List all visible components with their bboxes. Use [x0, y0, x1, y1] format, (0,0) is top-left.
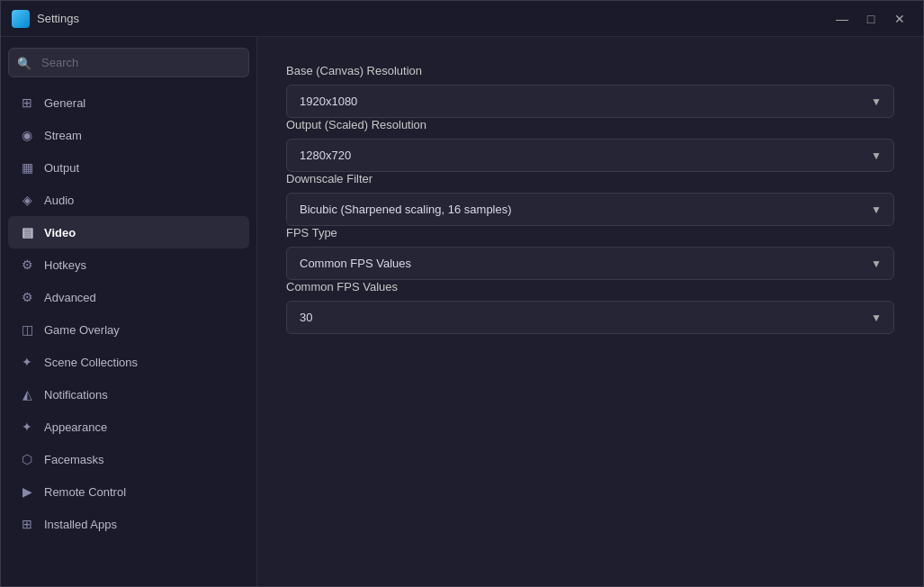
settings-window: Settings — □ ✕ 🔍 ⊞General◉Stream▦Output◈… — [0, 0, 924, 587]
sidebar-item-stream-label: Stream — [44, 129, 82, 142]
field-group-output-resolution: Output (Scaled) Resolution1280x7201920x1… — [286, 118, 894, 172]
sidebar-item-scene-collections-label: Scene Collections — [44, 356, 138, 369]
sidebar-item-notifications-label: Notifications — [44, 388, 108, 402]
video-settings-section: Base (Canvas) Resolution1920x10801280x72… — [286, 64, 894, 334]
sidebar-item-appearance[interactable]: ✦Appearance — [8, 411, 249, 443]
fps-type-select-wrapper: Common FPS ValuesInteger FPS ValueFracti… — [286, 247, 894, 280]
installed-apps-icon: ⊞ — [19, 516, 35, 532]
sidebar-item-appearance-label: Appearance — [44, 420, 107, 434]
fps-type-label: FPS Type — [286, 226, 894, 239]
minimize-button[interactable]: — — [830, 6, 855, 32]
search-icon: 🔍 — [17, 56, 31, 69]
field-group-common-fps-values: Common FPS Values306024254850120144▼ — [286, 280, 894, 334]
sidebar-item-audio[interactable]: ◈Audio — [8, 184, 249, 216]
content-area: 🔍 ⊞General◉Stream▦Output◈Audio▤Video⚙Hot… — [1, 37, 923, 586]
remote-control-icon: ▶ — [19, 483, 35, 500]
common-fps-values-select-wrapper: 306024254850120144▼ — [286, 301, 894, 334]
close-button[interactable]: ✕ — [887, 6, 912, 32]
nav-items-container: ⊞General◉Stream▦Output◈Audio▤Video⚙Hotke… — [8, 86, 249, 540]
titlebar: Settings — □ ✕ — [1, 1, 923, 37]
sidebar-item-facemasks-label: Facemasks — [44, 453, 103, 466]
output-resolution-label: Output (Scaled) Resolution — [286, 118, 894, 131]
base-resolution-label: Base (Canvas) Resolution — [286, 64, 894, 77]
sidebar-item-remote-control-label: Remote Control — [44, 485, 126, 499]
stream-icon: ◉ — [19, 127, 35, 143]
sidebar-item-notifications[interactable]: ◭Notifications — [8, 378, 249, 411]
field-group-base-resolution: Base (Canvas) Resolution1920x10801280x72… — [286, 64, 894, 118]
sidebar-item-output-label: Output — [44, 161, 79, 175]
sidebar-item-installed-apps-label: Installed Apps — [44, 518, 117, 531]
sidebar-item-video[interactable]: ▤Video — [8, 216, 249, 248]
sidebar-item-remote-control[interactable]: ▶Remote Control — [8, 475, 249, 508]
window-title: Settings — [37, 12, 79, 25]
audio-icon: ◈ — [19, 192, 35, 208]
video-icon: ▤ — [19, 224, 35, 240]
field-group-fps-type: FPS TypeCommon FPS ValuesInteger FPS Val… — [286, 226, 894, 280]
sidebar-item-video-label: Video — [44, 226, 76, 239]
search-container: 🔍 — [8, 48, 249, 77]
downscale-filter-select[interactable]: Bicubic (Sharpened scaling, 16 samples)B… — [286, 193, 894, 226]
hotkeys-icon: ⚙ — [19, 257, 35, 273]
sidebar-item-scene-collections[interactable]: ✦Scene Collections — [8, 346, 249, 378]
sidebar-item-audio-label: Audio — [44, 194, 74, 207]
sidebar-item-general[interactable]: ⊞General — [8, 86, 249, 119]
fps-type-select[interactable]: Common FPS ValuesInteger FPS ValueFracti… — [286, 247, 894, 280]
general-icon: ⊞ — [19, 95, 35, 111]
advanced-icon: ⚙ — [19, 289, 35, 305]
base-resolution-select-wrapper: 1920x10801280x7201366x7682560x14403840x2… — [286, 85, 894, 118]
output-resolution-select[interactable]: 1280x7201920x1080854x480640x360 — [286, 139, 894, 172]
titlebar-left: Settings — [12, 10, 79, 28]
sidebar-item-advanced-label: Advanced — [44, 291, 96, 304]
maximize-button[interactable]: □ — [858, 6, 884, 32]
sidebar-item-facemasks[interactable]: ⬡Facemasks — [8, 443, 249, 475]
notifications-icon: ◭ — [19, 386, 35, 402]
downscale-filter-label: Downscale Filter — [286, 172, 894, 185]
search-input[interactable] — [8, 48, 249, 77]
main-content: Base (Canvas) Resolution1920x10801280x72… — [257, 37, 923, 586]
sidebar-item-game-overlay-label: Game Overlay — [44, 323, 120, 337]
settings-fields-container: Base (Canvas) Resolution1920x10801280x72… — [286, 64, 894, 334]
sidebar-item-hotkeys[interactable]: ⚙Hotkeys — [8, 248, 249, 281]
titlebar-controls: — □ ✕ — [830, 6, 912, 32]
scene-collections-icon: ✦ — [19, 354, 35, 370]
sidebar: 🔍 ⊞General◉Stream▦Output◈Audio▤Video⚙Hot… — [1, 37, 257, 586]
sidebar-item-installed-apps[interactable]: ⊞Installed Apps — [8, 508, 249, 540]
sidebar-item-stream[interactable]: ◉Stream — [8, 119, 249, 151]
sidebar-item-general-label: General — [44, 96, 85, 110]
game-overlay-icon: ◫ — [19, 321, 35, 338]
output-resolution-select-wrapper: 1280x7201920x1080854x480640x360▼ — [286, 139, 894, 172]
facemasks-icon: ⬡ — [19, 451, 35, 467]
sidebar-item-game-overlay[interactable]: ◫Game Overlay — [8, 313, 249, 346]
sidebar-item-advanced[interactable]: ⚙Advanced — [8, 281, 249, 313]
sidebar-item-output[interactable]: ▦Output — [8, 151, 249, 184]
appearance-icon: ✦ — [19, 419, 35, 435]
app-icon — [12, 10, 30, 28]
sidebar-item-hotkeys-label: Hotkeys — [44, 258, 86, 272]
common-fps-values-label: Common FPS Values — [286, 280, 894, 294]
field-group-downscale-filter: Downscale FilterBicubic (Sharpened scali… — [286, 172, 894, 226]
output-icon: ▦ — [19, 159, 35, 176]
downscale-filter-select-wrapper: Bicubic (Sharpened scaling, 16 samples)B… — [286, 193, 894, 226]
base-resolution-select[interactable]: 1920x10801280x7201366x7682560x14403840x2… — [286, 85, 894, 118]
common-fps-values-select[interactable]: 306024254850120144 — [286, 301, 894, 334]
